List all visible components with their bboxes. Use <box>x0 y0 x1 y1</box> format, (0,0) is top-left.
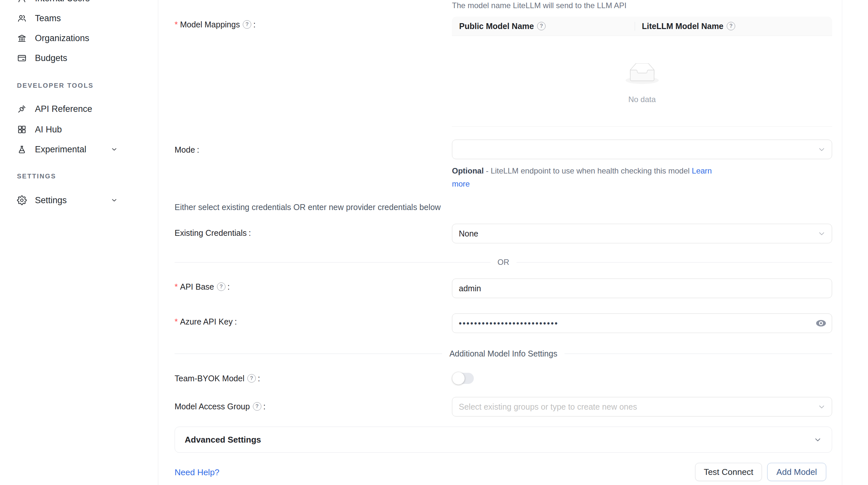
help-bold: Optional <box>452 166 484 175</box>
sidebar: Internal Users Teams Organizations Budge… <box>0 0 158 485</box>
model-mappings-table: Public Model Name ? LiteLLM Model Name ?… <box>452 17 832 127</box>
table-header-row: Public Model Name ? LiteLLM Model Name ? <box>452 17 832 36</box>
chevron-down-icon <box>813 435 822 444</box>
chevron-down-icon <box>817 229 826 238</box>
sidebar-item-budgets[interactable]: Budgets <box>0 50 158 66</box>
model-mappings-label: * Model Mappings ? : <box>175 20 255 29</box>
divider-line <box>175 354 442 354</box>
label-colon: : <box>249 228 251 238</box>
sidebar-item-internal-users[interactable]: Internal Users <box>0 0 158 6</box>
sidebar-item-label: AI Hub <box>35 125 62 135</box>
label-colon: : <box>197 145 199 155</box>
sidebar-item-ai-hub[interactable]: AI Hub <box>0 122 158 137</box>
test-connect-button[interactable]: Test Connect <box>695 463 762 481</box>
add-model-button[interactable]: Add Model <box>767 463 826 481</box>
team-byok-label: Team-BYOK Model ? : <box>175 374 260 383</box>
sidebar-item-teams[interactable]: Teams <box>0 10 158 26</box>
required-asterisk: * <box>175 20 178 29</box>
mode-select[interactable] <box>452 139 832 159</box>
chevron-down-icon <box>817 402 826 411</box>
question-circle-icon[interactable]: ? <box>217 283 225 291</box>
sidebar-item-experimental[interactable]: Experimental <box>0 141 158 157</box>
sidebar-item-settings[interactable]: Settings <box>0 192 158 208</box>
sidebar-section-developer-tools: DEVELOPER TOOLS <box>17 82 94 90</box>
credit-card-icon <box>17 53 27 63</box>
sidebar-item-label: Teams <box>35 13 61 24</box>
column-title: Public Model Name <box>459 22 534 31</box>
label-text: API Base <box>180 282 214 292</box>
eye-icon[interactable] <box>815 318 827 329</box>
user-icon <box>17 0 27 3</box>
sidebar-item-label: Budgets <box>35 53 67 63</box>
help-body: - LiteLLM endpoint to use when health ch… <box>484 166 692 175</box>
sidebar-item-label: Organizations <box>35 33 89 43</box>
flask-icon <box>17 144 27 154</box>
no-data-text: No data <box>628 95 656 104</box>
empty-inbox-icon <box>625 63 659 85</box>
column-divider <box>635 22 635 31</box>
question-circle-icon[interactable]: ? <box>247 374 256 383</box>
divider-line <box>175 262 491 263</box>
bank-icon <box>17 33 27 43</box>
label-text: Team-BYOK Model <box>175 374 244 383</box>
teams-icon <box>17 13 27 23</box>
model-access-group-label: Model Access Group ? : <box>175 401 266 411</box>
sidebar-item-label: Internal Users <box>35 0 90 4</box>
need-help-link[interactable]: Need Help? <box>175 467 219 478</box>
selected-value: None <box>459 229 478 238</box>
chevron-down-icon <box>110 146 118 153</box>
chevron-down-icon <box>817 145 826 154</box>
team-byok-toggle[interactable] <box>453 373 474 384</box>
api-base-input[interactable] <box>452 279 832 298</box>
existing-credentials-select[interactable]: None <box>452 224 832 243</box>
sidebar-section-settings: SETTINGS <box>17 172 56 181</box>
table-header-public-model-name: Public Model Name ? <box>452 17 635 36</box>
label-colon: : <box>227 282 230 292</box>
divider-line <box>517 262 832 263</box>
table-empty-state: No data <box>452 36 832 126</box>
grid-icon <box>17 125 27 134</box>
sidebar-item-label: Experimental <box>35 144 87 155</box>
existing-credentials-label: Existing Credentials : <box>175 228 251 238</box>
label-colon: : <box>235 317 237 326</box>
required-asterisk: * <box>175 282 178 292</box>
advanced-settings-panel[interactable]: Advanced Settings <box>175 427 832 453</box>
or-divider: OR <box>175 258 832 266</box>
question-circle-icon[interactable]: ? <box>243 20 251 29</box>
sidebar-item-label: Settings <box>35 195 67 205</box>
additional-settings-divider: Additional Model Info Settings <box>175 349 832 358</box>
mode-help-text: Optional - LiteLLM endpoint to use when … <box>452 164 722 191</box>
label-colon: : <box>258 374 260 383</box>
required-asterisk: * <box>175 317 178 326</box>
question-circle-icon[interactable]: ? <box>537 22 546 30</box>
chevron-down-icon <box>110 196 118 204</box>
label-text: Model Mappings <box>180 20 240 29</box>
api-base-label: * API Base ? : <box>175 282 230 292</box>
sidebar-item-label: API Reference <box>35 104 92 114</box>
api-plug-icon <box>17 104 27 114</box>
advanced-settings-title: Advanced Settings <box>185 435 261 445</box>
column-title: LiteLLM Model Name <box>642 22 723 31</box>
divider-line <box>564 354 832 354</box>
mode-label: Mode : <box>175 145 199 155</box>
divider-text: Additional Model Info Settings <box>450 349 557 358</box>
sidebar-item-api-reference[interactable]: API Reference <box>0 101 158 117</box>
question-circle-icon[interactable]: ? <box>727 22 735 30</box>
table-header-litellm-model-name: LiteLLM Model Name ? <box>635 17 735 36</box>
sidebar-item-organizations[interactable]: Organizations <box>0 30 158 46</box>
azure-api-key-input[interactable] <box>452 314 832 333</box>
label-text: Azure API Key <box>180 317 232 326</box>
label-text: Existing Credentials <box>175 228 247 238</box>
divider-text: OR <box>498 258 509 267</box>
label-colon: : <box>264 401 266 411</box>
model-name-help-text: The model name LiteLLM will send to the … <box>452 1 626 10</box>
azure-api-key-field <box>452 314 832 333</box>
model-access-group-input[interactable] <box>459 402 811 412</box>
label-colon: : <box>253 20 255 29</box>
question-circle-icon[interactable]: ? <box>253 402 261 411</box>
add-model-form: The model name LiteLLM will send to the … <box>159 0 868 485</box>
azure-api-key-label: * Azure API Key : <box>175 317 237 326</box>
label-text: Mode <box>175 145 195 155</box>
credentials-note: Either select existing credentials OR en… <box>175 202 441 212</box>
model-access-group-select[interactable] <box>452 397 832 417</box>
